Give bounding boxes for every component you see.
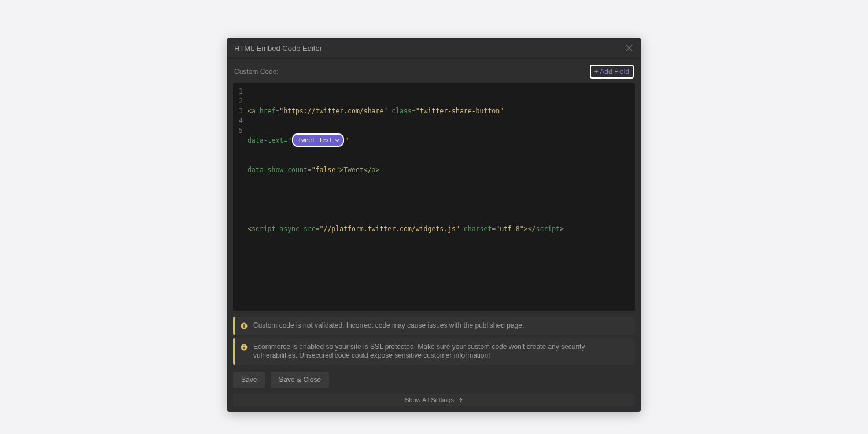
modal-header: HTML Embed Code Editor (227, 38, 641, 59)
line-number: 2 (239, 97, 243, 106)
svg-rect-1 (243, 325, 244, 328)
subheader: Custom Code: + Add Field (227, 59, 641, 83)
add-field-button[interactable]: + Add Field (590, 65, 634, 79)
code-line: data-text="Tweet Text" (248, 136, 630, 146)
line-number: 4 (239, 116, 243, 126)
notice-text: Ecommerce is enabled so your site is SSL… (253, 343, 629, 360)
code-line: <a href="https://twitter.com/share" clas… (248, 106, 630, 116)
show-all-label: Show All Settings (405, 396, 454, 403)
code-line (248, 195, 630, 205)
modal-title: HTML Embed Code Editor (234, 44, 322, 53)
code-line: data-show-count="false">Tweet</a> (248, 165, 630, 175)
custom-code-label: Custom Code: (234, 68, 279, 76)
line-gutter: 1 2 3 4 5 (233, 83, 248, 311)
html-embed-modal: HTML Embed Code Editor Custom Code: + Ad… (227, 38, 641, 412)
arrow-right-icon (457, 397, 463, 403)
close-icon[interactable] (625, 43, 634, 53)
save-button[interactable]: Save (233, 372, 265, 388)
chevron-down-icon (335, 138, 339, 143)
code-editor[interactable]: 1 2 3 4 5 <a href="https://twitter.com/s… (233, 83, 635, 311)
svg-rect-5 (243, 346, 244, 346)
svg-rect-4 (243, 347, 244, 349)
save-close-button[interactable]: Save & Close (271, 372, 329, 388)
line-number: 5 (239, 126, 243, 136)
chip-label: Tweet Text (298, 135, 333, 145)
notice-text: Custom code is not validated. Incorrect … (253, 321, 524, 330)
line-number: 3 (239, 106, 243, 116)
code-line: <script async src="//platform.twitter.co… (248, 224, 630, 234)
svg-rect-2 (243, 324, 244, 325)
notice-ecommerce: Ecommerce is enabled so your site is SSL… (233, 338, 635, 365)
action-row: Save Save & Close (227, 368, 641, 394)
info-icon (241, 322, 248, 329)
notice-validation: Custom code is not validated. Incorrect … (233, 317, 635, 335)
show-all-settings-button[interactable]: Show All Settings (233, 394, 635, 406)
field-chip-tweet-text[interactable]: Tweet Text (292, 133, 344, 147)
line-number: 1 (239, 87, 243, 97)
code-content[interactable]: <a href="https://twitter.com/share" clas… (248, 83, 635, 311)
info-icon (241, 344, 248, 351)
